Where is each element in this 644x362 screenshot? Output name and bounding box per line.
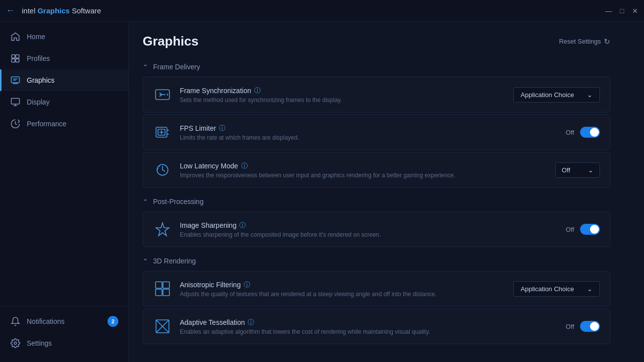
app-title-graphics: Graphics — [38, 6, 70, 15]
section-title-frame-delivery: Frame Delivery — [153, 63, 200, 71]
sidebar-item-display[interactable]: Display — [0, 91, 128, 113]
low-latency-help-icon[interactable]: ⓘ — [241, 161, 248, 170]
image-sharpening-desc: Enables sharpening of the composited ima… — [180, 231, 558, 238]
sidebar-item-settings[interactable]: Settings — [0, 332, 128, 354]
image-sharpening-help-icon[interactable]: ⓘ — [239, 221, 246, 230]
sidebar-item-performance[interactable]: Performance — [0, 113, 128, 135]
frame-sync-icon — [153, 85, 172, 104]
image-sharpening-info: Image Sharpening ⓘ Enables sharpening of… — [180, 221, 558, 238]
sidebar-label-performance: Performance — [27, 120, 66, 128]
anisotropic-info: Anisotropic Filtering ⓘ Adjusts the qual… — [180, 280, 505, 298]
section-title-3d-rendering: 3D Rendering — [153, 257, 196, 265]
setting-card-adaptive-tessellation: Adaptive Tessellation ⓘ Enables an adapt… — [143, 309, 610, 344]
reset-icon: ↻ — [604, 37, 610, 46]
sidebar-item-profiles[interactable]: Profiles — [0, 48, 128, 69]
setting-card-image-sharpening: Image Sharpening ⓘ Enables sharpening of… — [143, 211, 610, 247]
chevron-frame-delivery-icon[interactable]: ⌃ — [143, 63, 148, 71]
adaptive-tessellation-info: Adaptive Tessellation ⓘ Enables an adapt… — [180, 318, 558, 335]
adaptive-tessellation-desc: Enables an adaptive algorithm that lower… — [180, 328, 558, 335]
adaptive-tessellation-name: Adaptive Tessellation ⓘ — [180, 318, 558, 327]
sidebar-label-graphics: Graphics — [27, 76, 54, 84]
adaptive-tessellation-toggle[interactable] — [580, 321, 600, 332]
sidebar-label-settings: Settings — [27, 339, 52, 347]
image-sharpening-control: Off — [566, 224, 600, 235]
minimize-button[interactable]: — — [605, 7, 612, 15]
profiles-icon — [10, 53, 21, 64]
chevron-3d-rendering-icon[interactable]: ⌃ — [143, 258, 148, 265]
fps-limiter-toggle[interactable] — [580, 127, 600, 138]
adaptive-tessellation-help-icon[interactable]: ⓘ — [248, 318, 254, 327]
svg-rect-2 — [12, 59, 15, 62]
svg-rect-0 — [12, 55, 15, 58]
frame-sync-desc: Sets the method used for synchronizing f… — [180, 97, 505, 103]
section-frame-delivery: ⌃ Frame Delivery Frame Synchron — [143, 63, 610, 188]
adaptive-tessellation-control: Off — [566, 321, 600, 332]
image-sharpening-name: Image Sharpening ⓘ — [180, 221, 558, 230]
setting-card-anisotropic: Anisotropic Filtering ⓘ Adjusts the qual… — [143, 271, 610, 307]
reset-settings-button[interactable]: Reset Settings ↻ — [559, 37, 610, 46]
dropdown-chevron-icon: ⌄ — [587, 91, 592, 99]
chevron-post-processing-icon[interactable]: ⌃ — [143, 198, 148, 206]
notifications-icon — [10, 316, 21, 327]
page-title: Graphics — [143, 34, 199, 49]
close-button[interactable]: ✕ — [632, 7, 638, 15]
back-button[interactable]: ← — [6, 5, 15, 16]
anisotropic-name: Anisotropic Filtering ⓘ — [180, 280, 505, 289]
image-sharpening-toggle[interactable] — [580, 224, 600, 235]
anisotropic-dropdown[interactable]: Application Choice ⌄ — [513, 281, 600, 297]
low-latency-info: Low Latency Mode ⓘ Improves the responsi… — [180, 161, 547, 179]
adaptive-tessellation-icon — [153, 317, 172, 336]
low-latency-icon — [153, 160, 172, 179]
frame-sync-dropdown[interactable]: Application Choice ⌄ — [513, 87, 600, 103]
content-area: Graphics Reset Settings ↻ ⌃ Frame Delive… — [129, 22, 644, 362]
frame-sync-info: Frame Synchronization ⓘ Sets the method … — [180, 86, 505, 103]
sidebar-item-notifications[interactable]: Notifications 2 — [0, 310, 128, 332]
anisotropic-dropdown-chevron-icon: ⌄ — [587, 285, 592, 293]
content-inner: Graphics Reset Settings ↻ ⌃ Frame Delive… — [129, 22, 624, 362]
sidebar-nav: Home Profiles — [0, 26, 128, 306]
section-title-post-processing: Post-Processing — [153, 198, 204, 206]
svg-rect-5 — [11, 99, 20, 104]
low-latency-dropdown[interactable]: Off ⌄ — [555, 162, 600, 178]
frame-sync-help-icon[interactable]: ⓘ — [254, 86, 261, 95]
anisotropic-help-icon[interactable]: ⓘ — [244, 280, 250, 289]
fps-limiter-icon — [153, 123, 172, 142]
svg-rect-4 — [11, 77, 20, 83]
low-latency-name: Low Latency Mode ⓘ — [180, 161, 547, 170]
frame-sync-control: Application Choice ⌄ — [513, 87, 600, 103]
app-body: Home Profiles — [0, 22, 644, 362]
section-header-post-processing: ⌃ Post-Processing — [143, 198, 610, 206]
svg-rect-13 — [163, 282, 169, 288]
app-title-suffix: Software — [70, 6, 101, 15]
setting-card-frame-sync: Frame Synchronization ⓘ Sets the method … — [143, 77, 610, 112]
app-title-intel: intel — [22, 6, 38, 15]
notifications-badge: 2 — [107, 316, 118, 327]
section-post-processing: ⌃ Post-Processing Image Sharpening ⓘ — [143, 198, 610, 247]
fps-limiter-desc: Limits the rate at which frames are disp… — [180, 134, 558, 141]
anisotropic-icon — [153, 279, 172, 298]
reset-settings-label: Reset Settings — [559, 38, 601, 45]
fps-limiter-control: Off — [566, 127, 600, 138]
adaptive-tessellation-toggle-label: Off — [566, 323, 574, 330]
svg-rect-14 — [156, 289, 162, 296]
fps-limiter-help-icon[interactable]: ⓘ — [219, 124, 225, 133]
anisotropic-control: Application Choice ⌄ — [513, 281, 600, 297]
sidebar-item-graphics[interactable]: Graphics — [0, 69, 128, 91]
setting-card-fps-limiter: FPS Limiter ⓘ Limits the rate at which f… — [143, 114, 610, 150]
low-latency-control: Off ⌄ — [555, 162, 600, 178]
svg-point-6 — [14, 342, 17, 345]
image-sharpening-toggle-label: Off — [566, 226, 574, 233]
section-header-3d-rendering: ⌃ 3D Rendering — [143, 257, 610, 265]
low-latency-desc: Improves the responsiveness between user… — [180, 172, 547, 179]
sidebar-item-home[interactable]: Home — [0, 26, 128, 48]
sidebar-bottom: Notifications 2 Settings — [0, 306, 128, 358]
sidebar-label-display: Display — [27, 98, 50, 106]
image-sharpening-icon — [153, 220, 172, 239]
sidebar-label-home: Home — [27, 33, 45, 41]
graphics-icon — [10, 75, 21, 86]
frame-sync-name: Frame Synchronization ⓘ — [180, 86, 505, 95]
window-controls: — □ ✕ — [605, 7, 638, 15]
maximize-button[interactable]: □ — [620, 7, 624, 15]
section-3d-rendering: ⌃ 3D Rendering A — [143, 257, 610, 344]
fps-limiter-toggle-label: Off — [566, 129, 574, 136]
